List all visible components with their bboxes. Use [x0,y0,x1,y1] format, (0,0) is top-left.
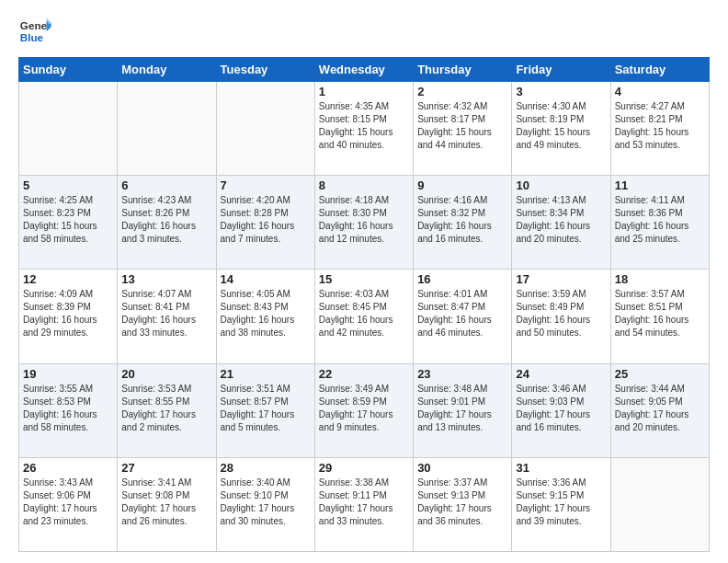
calendar-cell: 2Sunrise: 4:32 AMSunset: 8:17 PMDaylight… [414,82,512,176]
day-number: 20 [121,367,211,381]
day-number: 10 [516,178,606,192]
calendar-cell: 17Sunrise: 3:59 AMSunset: 8:49 PMDayligh… [512,270,610,363]
day-number: 5 [23,178,113,192]
day-number: 2 [417,85,507,98]
calendar-cell: 27Sunrise: 3:41 AMSunset: 9:08 PMDayligh… [118,457,216,551]
calendar-cell: 3Sunrise: 4:30 AMSunset: 8:19 PMDaylight… [512,82,610,176]
day-number: 16 [417,272,507,286]
day-info: Sunrise: 4:23 AMSunset: 8:26 PMDaylight:… [121,194,211,246]
day-info: Sunrise: 4:07 AMSunset: 8:41 PMDaylight:… [121,288,211,339]
day-number: 4 [615,85,705,98]
day-info: Sunrise: 4:13 AMSunset: 8:34 PMDaylight:… [516,194,606,246]
calendar-cell: 15Sunrise: 4:03 AMSunset: 8:45 PMDayligh… [314,270,413,363]
day-number: 24 [516,367,606,381]
calendar-cell: 5Sunrise: 4:25 AMSunset: 8:23 PMDaylight… [19,176,118,270]
day-info: Sunrise: 3:51 AMSunset: 8:57 PMDaylight:… [221,383,311,434]
day-number: 27 [121,461,211,475]
weekday-header-wednesday: Wednesday [314,58,413,82]
calendar-cell: 25Sunrise: 3:44 AMSunset: 9:05 PMDayligh… [610,363,709,457]
day-info: Sunrise: 4:20 AMSunset: 8:28 PMDaylight:… [221,194,311,246]
day-info: Sunrise: 4:05 AMSunset: 8:43 PMDaylight:… [221,288,311,339]
weekday-header-friday: Friday [512,58,610,82]
page: General Blue SundayMondayTuesdayWednesda… [0,0,728,563]
day-number: 6 [121,178,211,192]
calendar-cell: 8Sunrise: 4:18 AMSunset: 8:30 PMDaylight… [314,176,413,270]
calendar-cell: 18Sunrise: 3:57 AMSunset: 8:51 PMDayligh… [610,270,709,363]
calendar-week-row-1: 1Sunrise: 4:35 AMSunset: 8:15 PMDaylight… [19,82,710,176]
calendar-cell: 20Sunrise: 3:53 AMSunset: 8:55 PMDayligh… [118,363,216,457]
day-info: Sunrise: 3:46 AMSunset: 9:03 PMDaylight:… [516,383,606,434]
day-number: 14 [221,272,311,286]
weekday-header-thursday: Thursday [414,58,512,82]
day-info: Sunrise: 4:27 AMSunset: 8:21 PMDaylight:… [615,100,705,152]
logo: General Blue [18,15,51,48]
calendar-cell: 4Sunrise: 4:27 AMSunset: 8:21 PMDaylight… [610,82,709,176]
day-number: 1 [319,85,409,98]
day-number: 29 [319,461,409,475]
day-number: 22 [319,367,409,381]
calendar-cell: 13Sunrise: 4:07 AMSunset: 8:41 PMDayligh… [118,270,216,363]
day-info: Sunrise: 4:30 AMSunset: 8:19 PMDaylight:… [516,100,606,152]
day-number: 28 [221,461,311,475]
day-info: Sunrise: 4:09 AMSunset: 8:39 PMDaylight:… [23,288,113,339]
day-number: 25 [615,367,705,381]
day-info: Sunrise: 3:40 AMSunset: 9:10 PMDaylight:… [221,477,311,528]
weekday-header-monday: Monday [118,58,216,82]
calendar-cell: 29Sunrise: 3:38 AMSunset: 9:11 PMDayligh… [314,457,413,551]
day-info: Sunrise: 3:55 AMSunset: 8:53 PMDaylight:… [23,383,113,434]
calendar-cell: 28Sunrise: 3:40 AMSunset: 9:10 PMDayligh… [216,457,314,551]
calendar-cell: 30Sunrise: 3:37 AMSunset: 9:13 PMDayligh… [414,457,512,551]
calendar-cell [610,457,709,551]
calendar-cell: 21Sunrise: 3:51 AMSunset: 8:57 PMDayligh… [216,363,314,457]
day-number: 23 [417,367,507,381]
calendar-cell [216,82,314,176]
day-number: 12 [23,272,113,286]
day-info: Sunrise: 3:53 AMSunset: 8:55 PMDaylight:… [121,383,211,434]
day-info: Sunrise: 4:03 AMSunset: 8:45 PMDaylight:… [319,288,409,339]
day-info: Sunrise: 4:16 AMSunset: 8:32 PMDaylight:… [417,194,507,246]
day-number: 19 [23,367,113,381]
day-info: Sunrise: 3:43 AMSunset: 9:06 PMDaylight:… [23,477,113,528]
calendar-cell: 14Sunrise: 4:05 AMSunset: 8:43 PMDayligh… [216,270,314,363]
day-info: Sunrise: 3:41 AMSunset: 9:08 PMDaylight:… [121,477,211,528]
day-number: 31 [516,461,606,475]
calendar-week-row-5: 26Sunrise: 3:43 AMSunset: 9:06 PMDayligh… [19,457,710,551]
weekday-header-tuesday: Tuesday [216,58,314,82]
calendar-cell: 31Sunrise: 3:36 AMSunset: 9:15 PMDayligh… [512,457,610,551]
calendar-cell: 16Sunrise: 4:01 AMSunset: 8:47 PMDayligh… [414,270,512,363]
day-number: 9 [417,178,507,192]
day-number: 7 [221,178,311,192]
calendar-cell: 7Sunrise: 4:20 AMSunset: 8:28 PMDaylight… [216,176,314,270]
day-info: Sunrise: 3:59 AMSunset: 8:49 PMDaylight:… [516,288,606,339]
day-number: 17 [516,272,606,286]
day-info: Sunrise: 3:44 AMSunset: 9:05 PMDaylight:… [615,383,705,434]
day-number: 8 [319,178,409,192]
calendar-week-row-3: 12Sunrise: 4:09 AMSunset: 8:39 PMDayligh… [19,270,710,363]
calendar-cell: 24Sunrise: 3:46 AMSunset: 9:03 PMDayligh… [512,363,610,457]
day-number: 30 [417,461,507,475]
weekday-header-saturday: Saturday [610,58,709,82]
weekday-header-row: SundayMondayTuesdayWednesdayThursdayFrid… [19,58,710,82]
svg-text:Blue: Blue [20,31,44,43]
day-number: 3 [516,85,606,98]
calendar-cell: 9Sunrise: 4:16 AMSunset: 8:32 PMDaylight… [414,176,512,270]
header: General Blue [18,15,710,48]
calendar-cell: 12Sunrise: 4:09 AMSunset: 8:39 PMDayligh… [19,270,118,363]
day-info: Sunrise: 4:35 AMSunset: 8:15 PMDaylight:… [319,100,409,152]
day-info: Sunrise: 3:37 AMSunset: 9:13 PMDaylight:… [417,477,507,528]
calendar-week-row-2: 5Sunrise: 4:25 AMSunset: 8:23 PMDaylight… [19,176,710,270]
day-info: Sunrise: 4:25 AMSunset: 8:23 PMDaylight:… [23,194,113,246]
day-number: 11 [615,178,705,192]
day-info: Sunrise: 4:32 AMSunset: 8:17 PMDaylight:… [417,100,507,152]
day-number: 18 [615,272,705,286]
day-number: 21 [221,367,311,381]
calendar-cell: 1Sunrise: 4:35 AMSunset: 8:15 PMDaylight… [314,82,413,176]
day-info: Sunrise: 3:57 AMSunset: 8:51 PMDaylight:… [615,288,705,339]
day-info: Sunrise: 4:01 AMSunset: 8:47 PMDaylight:… [417,288,507,339]
calendar-cell: 26Sunrise: 3:43 AMSunset: 9:06 PMDayligh… [19,457,118,551]
calendar-week-row-4: 19Sunrise: 3:55 AMSunset: 8:53 PMDayligh… [19,363,710,457]
day-number: 13 [121,272,211,286]
day-info: Sunrise: 3:48 AMSunset: 9:01 PMDaylight:… [417,383,507,434]
day-number: 26 [23,461,113,475]
calendar-cell: 10Sunrise: 4:13 AMSunset: 8:34 PMDayligh… [512,176,610,270]
